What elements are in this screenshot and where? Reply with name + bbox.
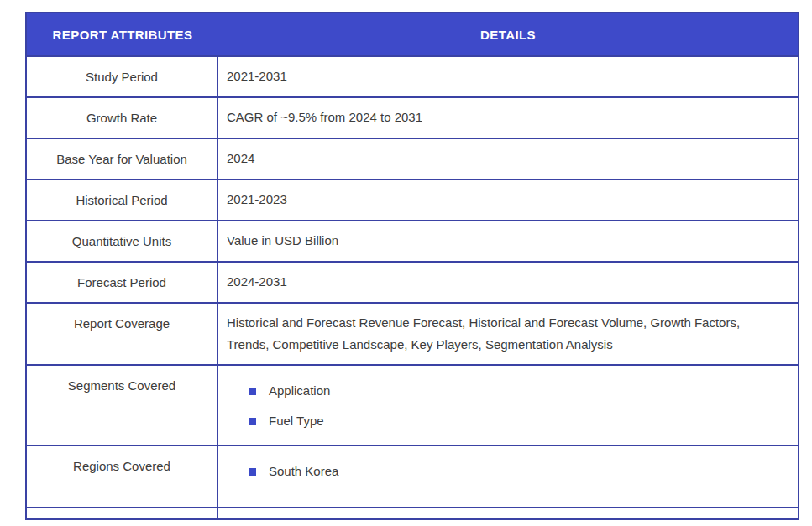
- square-bullet-icon: [249, 418, 256, 425]
- bullet-list: Application Fuel Type: [227, 374, 781, 436]
- table-row-forecast-period: Forecast Period 2024-2031: [27, 261, 798, 302]
- table-row-growth-rate: Growth Rate CAGR of ~9.5% from 2024 to 2…: [27, 96, 798, 138]
- row-label: Growth Rate: [27, 98, 218, 138]
- header-details: DETAILS: [218, 28, 798, 42]
- row-value: Value in USD Billion: [218, 221, 798, 261]
- table-row-base-year: Base Year for Valuation 2024: [27, 138, 798, 179]
- table-header-row: REPORT ATTRIBUTES DETAILS: [27, 13, 798, 55]
- list-item-label: South Korea: [269, 461, 338, 482]
- table-row-segments-covered: Segments Covered Application Fuel Type: [27, 364, 798, 445]
- row-value: 2024: [218, 139, 798, 179]
- table-row-study-period: Study Period 2021-2031: [27, 55, 798, 96]
- square-bullet-icon: [249, 388, 256, 395]
- row-value: [218, 508, 798, 518]
- list-item: South Korea: [249, 456, 781, 487]
- row-value: 2024-2031: [218, 263, 798, 302]
- table-row-quantitative-units: Quantitative Units Value in USD Billion: [27, 220, 798, 261]
- table-row-partial: [27, 507, 798, 518]
- row-value: South Korea: [218, 446, 798, 507]
- row-value: 2021-2031: [218, 57, 798, 96]
- header-report-attributes: REPORT ATTRIBUTES: [27, 28, 218, 42]
- report-attributes-table: REPORT ATTRIBUTES DETAILS Study Period 2…: [25, 12, 799, 520]
- row-label: Quantitative Units: [27, 221, 218, 261]
- row-label: Regions Covered: [27, 446, 218, 507]
- list-item-label: Fuel Type: [269, 410, 324, 432]
- table-row-historical-period: Historical Period 2021-2023: [27, 179, 798, 220]
- list-item-label: Application: [269, 380, 330, 402]
- row-value: CAGR of ~9.5% from 2024 to 2031: [218, 98, 798, 138]
- list-item: Application: [249, 376, 781, 406]
- row-label: Base Year for Valuation: [27, 139, 218, 179]
- row-label: Segments Covered: [27, 366, 218, 445]
- row-label: Study Period: [27, 57, 218, 96]
- row-value: Application Fuel Type: [218, 366, 798, 445]
- row-value: Historical and Forecast Revenue Forecast…: [218, 304, 798, 364]
- list-item: Fuel Type: [249, 406, 781, 436]
- row-label: Report Coverage: [27, 304, 218, 364]
- row-label: Forecast Period: [27, 263, 218, 302]
- page: REPORT ATTRIBUTES DETAILS Study Period 2…: [0, 0, 812, 526]
- row-value: 2021-2023: [218, 180, 798, 220]
- table-row-regions-covered: Regions Covered South Korea: [27, 445, 798, 507]
- bullet-list: South Korea: [227, 455, 781, 487]
- square-bullet-icon: [249, 468, 256, 476]
- row-label: Historical Period: [27, 180, 218, 220]
- row-label: [27, 508, 218, 518]
- table-row-report-coverage: Report Coverage Historical and Forecast …: [27, 302, 798, 364]
